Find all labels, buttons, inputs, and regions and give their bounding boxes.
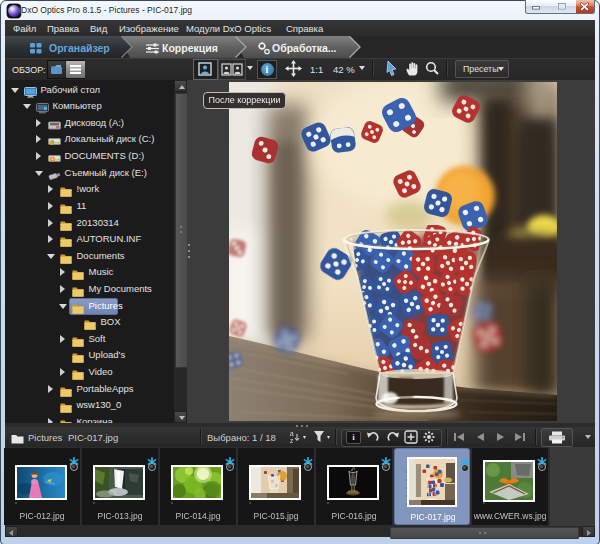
svg-text:z: z	[290, 437, 293, 444]
svg-text:a: a	[290, 430, 294, 437]
